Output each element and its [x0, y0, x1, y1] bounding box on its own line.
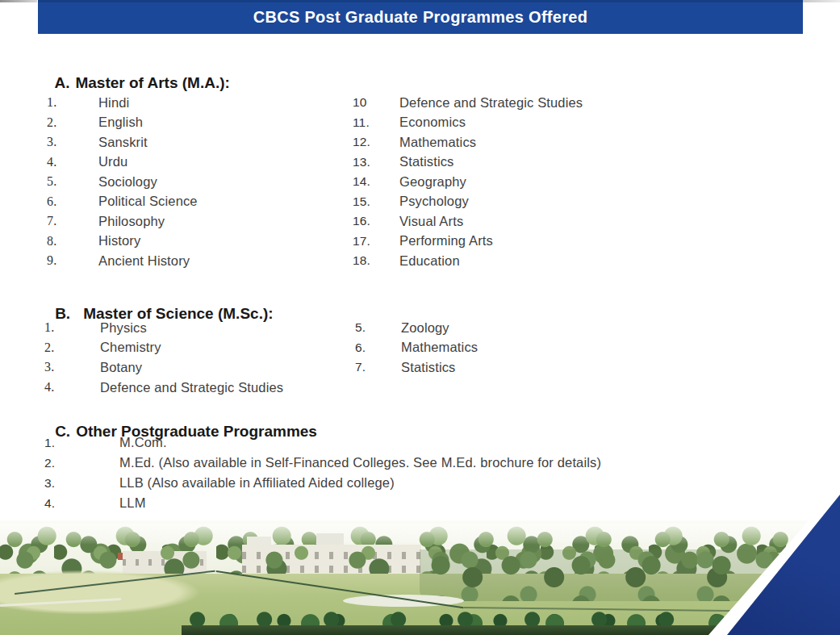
top-edge-line-right: [803, 0, 840, 2]
list-item-label: Economics: [399, 115, 466, 130]
list-item-label: Ancient History: [98, 253, 190, 269]
list-item-label: Statistics: [401, 360, 456, 375]
list-item-label: Botany: [100, 360, 142, 375]
campus-photo: [0, 520, 840, 635]
list-item: 6.Political Science: [47, 192, 198, 212]
list-item: 8.History: [47, 232, 198, 252]
list-item-number: 16.: [353, 214, 399, 228]
list-item: 16.Visual Arts: [353, 211, 583, 232]
list-item-label: Defence and Strategic Studies: [399, 95, 583, 111]
list-item: 17.Performing Arts: [353, 232, 583, 252]
brochure-page: CBCS Post Graduate Programmes Offered A.…: [0, 0, 840, 635]
list-item-label: Sociology: [98, 174, 157, 190]
list-item-label: Hindi: [98, 95, 129, 111]
msc-list-column-1: 1.Physics 2.Chemistry 3.Botany 4.Defence…: [44, 318, 283, 397]
list-item: 13.Statistics: [353, 152, 583, 173]
list-item-number: 9.: [47, 253, 98, 268]
list-item-number: 13.: [353, 155, 399, 169]
list-item-label: Performing Arts: [399, 233, 493, 249]
list-item: 14.Geography: [353, 172, 583, 192]
msc-list-column-2: 5.Zoology 6.Mathematics 7.Statistics: [355, 318, 478, 378]
top-edge-line-left: [0, 0, 37, 2]
list-item-number: 1.: [44, 320, 100, 335]
list-item-label: Philosophy: [98, 214, 165, 229]
list-item: 3.Botany: [44, 357, 283, 378]
list-item: 18.Education: [353, 251, 583, 271]
list-item-number: 5.: [355, 320, 401, 335]
list-item: 1.Hindi: [47, 93, 198, 113]
list-item-number: 4.: [44, 380, 100, 395]
list-item-number: 4.: [47, 155, 98, 169]
list-item-label: Zoology: [401, 320, 449, 336]
list-item-label: Physics: [100, 320, 147, 336]
list-item-label: LLB (Also available in Affiliated Aided …: [119, 475, 395, 491]
list-item: 2.English: [47, 113, 198, 133]
list-item-label: History: [98, 233, 140, 249]
list-item-number: 14.: [353, 174, 399, 189]
list-item-number: 4.: [44, 496, 119, 511]
section-a-letter: A.: [54, 74, 69, 91]
list-item: 15.Psychology: [353, 192, 583, 212]
list-item-label: Psychology: [399, 194, 469, 209]
list-item-label: Geography: [399, 174, 466, 190]
page-title: CBCS Post Graduate Programmes Offered: [253, 8, 588, 27]
list-item: 9.Ancient History: [47, 251, 198, 271]
list-item-label: Statistics: [399, 154, 454, 169]
list-item-label: M.Com.: [119, 435, 167, 450]
list-item-number: 1.: [44, 436, 119, 450]
list-item: 10Defence and Strategic Studies: [353, 93, 583, 113]
list-item: 1.M.Com.: [44, 432, 601, 453]
list-item-label: Political Science: [98, 194, 198, 209]
list-item-number: 8.: [47, 234, 98, 249]
list-item: 4.Defence and Strategic Studies: [44, 378, 283, 398]
section-a-title: Master of Arts (M.A.):: [75, 74, 229, 91]
list-item-number: 1.: [47, 95, 98, 110]
list-item-label: Education: [399, 253, 460, 269]
list-item-number: 11.: [353, 115, 399, 130]
list-item-label: Chemistry: [100, 340, 161, 355]
list-item: 3.Sanskrit: [47, 132, 198, 152]
list-item-number: 3.: [44, 476, 119, 491]
list-item-label: Visual Arts: [399, 214, 463, 229]
list-item: 2.Chemistry: [44, 338, 283, 358]
list-item: 2.M.Ed. (Also available in Self-Financed…: [44, 453, 601, 473]
list-item: 3.LLB (Also available in Affiliated Aide…: [44, 473, 601, 493]
list-item: 12.Mathematics: [353, 132, 583, 152]
list-item-label: Urdu: [98, 154, 127, 169]
list-item-number: 3.: [47, 135, 98, 149]
list-item-label: Defence and Strategic Studies: [100, 380, 283, 395]
other-pg-list: 1.M.Com. 2.M.Ed. (Also available in Self…: [44, 432, 601, 513]
list-item-number: 5.: [47, 174, 98, 189]
list-item-number: 6.: [47, 194, 98, 209]
list-item-number: 17.: [353, 234, 399, 249]
list-item-number: 12.: [353, 135, 399, 149]
list-item-label: LLM: [119, 495, 146, 511]
list-item-number: 2.: [44, 456, 119, 470]
ma-list-column-2: 10Defence and Strategic Studies 11.Econo…: [353, 93, 583, 271]
list-item-number: 10: [353, 95, 399, 110]
list-item-number: 3.: [44, 360, 100, 374]
list-item-label: Sanskrit: [98, 135, 148, 150]
list-item-number: 7.: [355, 360, 401, 374]
list-item: 4.LLM: [44, 493, 601, 513]
list-item: 7.Philosophy: [47, 211, 198, 232]
list-item-number: 18.: [353, 253, 399, 268]
list-item: 4.Urdu: [47, 152, 198, 173]
list-item-label: English: [98, 115, 143, 130]
ma-list-column-1: 1.Hindi 2.English 3.Sanskrit 4.Urdu 5.So…: [47, 93, 198, 271]
list-item: 1.Physics: [44, 318, 283, 338]
list-item: 11.Economics: [353, 113, 583, 133]
list-item: 6.Mathematics: [355, 338, 478, 358]
list-item-label: Mathematics: [401, 340, 478, 355]
list-item: 5.Sociology: [47, 172, 198, 192]
list-item: 5.Zoology: [355, 318, 478, 338]
list-item-number: 2.: [47, 115, 98, 130]
list-item-label: Mathematics: [399, 135, 476, 150]
list-item-number: 6.: [355, 340, 401, 355]
list-item-label: M.Ed. (Also available in Self-Financed C…: [119, 455, 601, 470]
list-item: 7.Statistics: [355, 357, 478, 378]
page-title-banner: CBCS Post Graduate Programmes Offered: [38, 0, 803, 34]
list-item-number: 15.: [353, 194, 399, 209]
list-item-number: 2.: [44, 340, 100, 355]
list-item-number: 7.: [47, 214, 98, 228]
